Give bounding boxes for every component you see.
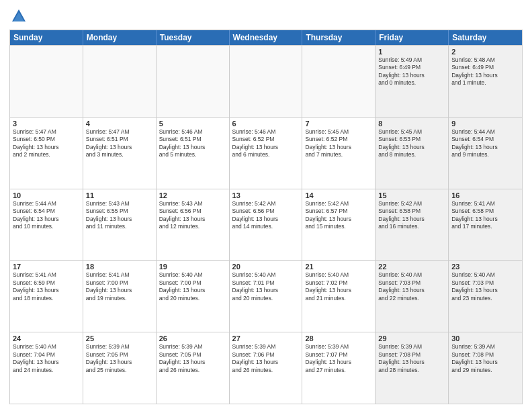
cal-cell: 26Sunrise: 5:39 AM Sunset: 7:05 PM Dayli… <box>157 332 230 404</box>
cell-info: Sunrise: 5:39 AM Sunset: 7:05 PM Dayligh… <box>159 343 226 374</box>
day-number: 7 <box>305 120 372 128</box>
day-number: 9 <box>451 120 519 128</box>
cell-info: Sunrise: 5:41 AM Sunset: 6:59 PM Dayligh… <box>13 271 80 302</box>
day-number: 10 <box>13 191 80 199</box>
cal-cell: 7Sunrise: 5:45 AM Sunset: 6:52 PM Daylig… <box>302 118 375 189</box>
calendar: SundayMondayTuesdayWednesdayThursdayFrid… <box>9 30 523 404</box>
day-number: 19 <box>159 263 226 271</box>
cell-info: Sunrise: 5:44 AM Sunset: 6:54 PM Dayligh… <box>13 200 80 231</box>
day-number: 26 <box>159 334 226 342</box>
cal-cell: 4Sunrise: 5:47 AM Sunset: 6:51 PM Daylig… <box>83 118 157 189</box>
cell-info: Sunrise: 5:40 AM Sunset: 7:04 PM Dayligh… <box>13 343 80 374</box>
calendar-body: 1Sunrise: 5:49 AM Sunset: 6:49 PM Daylig… <box>10 45 522 404</box>
cal-cell: 6Sunrise: 5:46 AM Sunset: 6:52 PM Daylig… <box>230 118 303 189</box>
day-number: 3 <box>13 120 80 128</box>
day-number: 14 <box>305 191 372 199</box>
day-number: 18 <box>86 263 153 271</box>
day-number: 6 <box>232 120 300 128</box>
cal-cell: 25Sunrise: 5:39 AM Sunset: 7:05 PM Dayli… <box>83 332 157 404</box>
cell-info: Sunrise: 5:47 AM Sunset: 6:50 PM Dayligh… <box>13 128 80 159</box>
cal-cell: 22Sunrise: 5:40 AM Sunset: 7:03 PM Dayli… <box>375 261 449 332</box>
day-number: 11 <box>86 191 153 199</box>
day-number: 23 <box>451 263 519 271</box>
day-number: 12 <box>159 191 226 199</box>
cal-cell: 11Sunrise: 5:43 AM Sunset: 6:55 PM Dayli… <box>83 189 157 261</box>
cell-info: Sunrise: 5:39 AM Sunset: 7:05 PM Dayligh… <box>86 343 153 374</box>
cal-cell: 21Sunrise: 5:40 AM Sunset: 7:02 PM Dayli… <box>302 261 375 332</box>
day-number: 22 <box>378 263 445 271</box>
cell-info: Sunrise: 5:41 AM Sunset: 6:58 PM Dayligh… <box>451 200 519 231</box>
logo-icon <box>9 7 28 26</box>
cal-cell: 29Sunrise: 5:39 AM Sunset: 7:08 PM Dayli… <box>375 332 449 404</box>
cal-cell: 14Sunrise: 5:42 AM Sunset: 6:57 PM Dayli… <box>302 189 375 261</box>
cal-cell: 30Sunrise: 5:39 AM Sunset: 7:08 PM Dayli… <box>449 332 522 404</box>
cell-info: Sunrise: 5:40 AM Sunset: 7:03 PM Dayligh… <box>451 271 519 302</box>
day-number: 30 <box>451 334 519 342</box>
cal-cell: 2Sunrise: 5:48 AM Sunset: 6:49 PM Daylig… <box>449 46 522 117</box>
header <box>9 7 523 26</box>
cal-header-day: Saturday <box>449 30 522 45</box>
day-number: 2 <box>451 48 519 56</box>
cal-cell: 16Sunrise: 5:41 AM Sunset: 6:58 PM Dayli… <box>449 189 522 261</box>
cal-cell <box>302 46 375 117</box>
day-number: 5 <box>159 120 226 128</box>
cal-header-day: Tuesday <box>157 30 230 45</box>
logo <box>9 7 31 26</box>
cal-row: 24Sunrise: 5:40 AM Sunset: 7:04 PM Dayli… <box>10 332 522 404</box>
cell-info: Sunrise: 5:40 AM Sunset: 7:02 PM Dayligh… <box>305 271 372 302</box>
cal-row: 10Sunrise: 5:44 AM Sunset: 6:54 PM Dayli… <box>10 189 522 261</box>
day-number: 13 <box>232 191 300 199</box>
cal-cell: 1Sunrise: 5:49 AM Sunset: 6:49 PM Daylig… <box>375 46 449 117</box>
day-number: 28 <box>305 334 372 342</box>
cell-info: Sunrise: 5:39 AM Sunset: 7:07 PM Dayligh… <box>305 343 372 374</box>
day-number: 4 <box>86 120 153 128</box>
cal-cell <box>230 46 303 117</box>
cal-cell: 18Sunrise: 5:41 AM Sunset: 7:00 PM Dayli… <box>83 261 157 332</box>
cal-cell: 13Sunrise: 5:42 AM Sunset: 6:56 PM Dayli… <box>230 189 303 261</box>
cal-cell: 12Sunrise: 5:43 AM Sunset: 6:56 PM Dayli… <box>157 189 230 261</box>
cal-cell: 23Sunrise: 5:40 AM Sunset: 7:03 PM Dayli… <box>449 261 522 332</box>
page: SundayMondayTuesdayWednesdayThursdayFrid… <box>0 0 532 411</box>
cal-cell <box>157 46 230 117</box>
cal-cell <box>10 46 83 117</box>
cell-info: Sunrise: 5:43 AM Sunset: 6:55 PM Dayligh… <box>86 200 153 231</box>
day-number: 16 <box>451 191 519 199</box>
day-number: 29 <box>378 334 445 342</box>
cal-cell: 8Sunrise: 5:45 AM Sunset: 6:53 PM Daylig… <box>375 118 449 189</box>
cal-cell: 27Sunrise: 5:39 AM Sunset: 7:06 PM Dayli… <box>230 332 303 404</box>
cal-cell: 10Sunrise: 5:44 AM Sunset: 6:54 PM Dayli… <box>10 189 83 261</box>
cal-header-day: Monday <box>83 30 157 45</box>
cal-cell: 17Sunrise: 5:41 AM Sunset: 6:59 PM Dayli… <box>10 261 83 332</box>
day-number: 27 <box>232 334 300 342</box>
cal-header-day: Thursday <box>302 30 375 45</box>
cell-info: Sunrise: 5:39 AM Sunset: 7:06 PM Dayligh… <box>232 343 300 374</box>
cell-info: Sunrise: 5:46 AM Sunset: 6:51 PM Dayligh… <box>159 128 226 159</box>
day-number: 17 <box>13 263 80 271</box>
cell-info: Sunrise: 5:44 AM Sunset: 6:54 PM Dayligh… <box>451 128 519 159</box>
cal-header-day: Sunday <box>10 30 83 45</box>
cell-info: Sunrise: 5:42 AM Sunset: 6:58 PM Dayligh… <box>378 200 445 231</box>
cal-cell: 3Sunrise: 5:47 AM Sunset: 6:50 PM Daylig… <box>10 118 83 189</box>
cell-info: Sunrise: 5:46 AM Sunset: 6:52 PM Dayligh… <box>232 128 300 159</box>
cal-cell: 5Sunrise: 5:46 AM Sunset: 6:51 PM Daylig… <box>157 118 230 189</box>
cal-cell: 28Sunrise: 5:39 AM Sunset: 7:07 PM Dayli… <box>302 332 375 404</box>
cell-info: Sunrise: 5:39 AM Sunset: 7:08 PM Dayligh… <box>378 343 445 374</box>
cal-row: 3Sunrise: 5:47 AM Sunset: 6:50 PM Daylig… <box>10 117 522 189</box>
cell-info: Sunrise: 5:40 AM Sunset: 7:01 PM Dayligh… <box>232 271 300 302</box>
cal-row: 1Sunrise: 5:49 AM Sunset: 6:49 PM Daylig… <box>10 45 522 117</box>
cell-info: Sunrise: 5:48 AM Sunset: 6:49 PM Dayligh… <box>451 56 519 87</box>
cal-cell: 15Sunrise: 5:42 AM Sunset: 6:58 PM Dayli… <box>375 189 449 261</box>
cell-info: Sunrise: 5:49 AM Sunset: 6:49 PM Dayligh… <box>378 56 445 87</box>
cell-info: Sunrise: 5:41 AM Sunset: 7:00 PM Dayligh… <box>86 271 153 302</box>
day-number: 24 <box>13 334 80 342</box>
day-number: 21 <box>305 263 372 271</box>
day-number: 25 <box>86 334 153 342</box>
cell-info: Sunrise: 5:40 AM Sunset: 7:00 PM Dayligh… <box>159 271 226 302</box>
cell-info: Sunrise: 5:43 AM Sunset: 6:56 PM Dayligh… <box>159 200 226 231</box>
calendar-header: SundayMondayTuesdayWednesdayThursdayFrid… <box>10 30 522 45</box>
day-number: 1 <box>378 48 445 56</box>
cell-info: Sunrise: 5:40 AM Sunset: 7:03 PM Dayligh… <box>378 271 445 302</box>
cell-info: Sunrise: 5:45 AM Sunset: 6:52 PM Dayligh… <box>305 128 372 159</box>
cell-info: Sunrise: 5:42 AM Sunset: 6:57 PM Dayligh… <box>305 200 372 231</box>
cal-cell: 19Sunrise: 5:40 AM Sunset: 7:00 PM Dayli… <box>157 261 230 332</box>
